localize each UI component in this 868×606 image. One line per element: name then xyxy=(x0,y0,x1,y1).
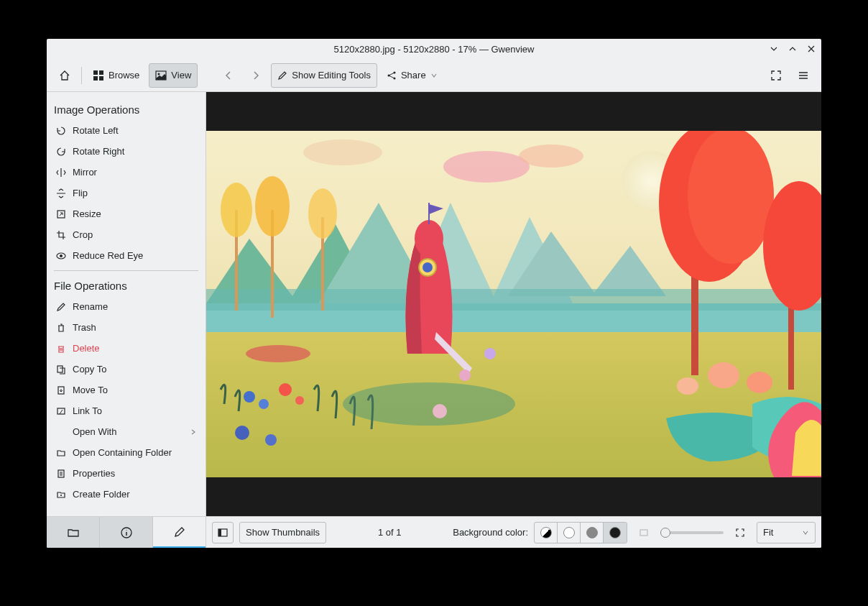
op-label: Crop xyxy=(73,229,93,240)
rotate-right-icon xyxy=(55,146,67,157)
pencil-icon xyxy=(277,70,287,81)
zoom-100-button[interactable] xyxy=(729,522,751,543)
view-button[interactable]: View xyxy=(149,63,198,88)
op-label: Move To xyxy=(73,385,108,395)
bg-swatch-gray[interactable] xyxy=(581,523,604,543)
sidebar-toggle-icon xyxy=(218,528,228,538)
rename-icon xyxy=(55,301,67,313)
delete-item[interactable]: Delete xyxy=(54,338,198,359)
show-editing-label: Show Editing Tools xyxy=(292,70,371,81)
titlebar: 5120x2880.jpg - 5120x2880 - 17% — Gwenvi… xyxy=(47,39,821,59)
svg-point-30 xyxy=(484,348,496,359)
properties-item[interactable]: Properties xyxy=(54,463,198,484)
resize-icon xyxy=(55,208,67,220)
pencil-icon xyxy=(173,525,186,538)
op-label: Mirror xyxy=(73,167,97,178)
zoom-slider[interactable] xyxy=(660,531,724,534)
rotate-left-item[interactable]: Rotate Left xyxy=(54,120,198,141)
create-folder-item[interactable]: Create Folder xyxy=(54,484,198,505)
show-thumbnails-button[interactable]: Show Thumbnails xyxy=(239,522,326,543)
info-icon xyxy=(120,526,133,539)
image-operations-list: Rotate Left Rotate Right Mirror Flip Res… xyxy=(47,120,206,266)
statusbar: Show Thumbnails 1 of 1 Background color: xyxy=(206,516,821,548)
sidebar-tabs xyxy=(47,516,206,548)
zoom-select[interactable]: Fit xyxy=(757,522,816,543)
svg-rect-14 xyxy=(57,408,65,414)
op-label: Rotate Left xyxy=(73,125,119,136)
bg-swatch-white[interactable] xyxy=(558,523,581,543)
resize-item[interactable]: Resize xyxy=(54,203,198,224)
home-button[interactable] xyxy=(52,63,77,88)
svg-point-49 xyxy=(295,396,304,405)
op-label: Open With xyxy=(73,426,116,437)
op-label: Delete xyxy=(73,343,100,354)
hamburger-menu-button[interactable] xyxy=(791,63,816,88)
bg-swatch-black[interactable] xyxy=(604,523,627,543)
maximize-button[interactable] xyxy=(787,43,798,55)
browse-label: Browse xyxy=(108,70,139,81)
fullscreen-icon xyxy=(770,70,782,81)
op-label: Rotate Right xyxy=(73,146,124,157)
image-icon xyxy=(155,70,167,81)
show-editing-tools-button[interactable]: Show Editing Tools xyxy=(271,63,377,88)
open-with-item[interactable]: Open With xyxy=(54,421,198,442)
svg-point-21 xyxy=(303,139,382,165)
open-containing-folder-item[interactable]: Open Containing Folder xyxy=(54,442,198,463)
zoom-slider-thumb[interactable] xyxy=(660,528,670,538)
folder-icon xyxy=(55,447,67,459)
image-viewport[interactable] xyxy=(206,92,821,516)
svg-point-20 xyxy=(519,144,583,167)
nav-next-button[interactable] xyxy=(244,63,268,88)
zoom-fit-icon xyxy=(639,528,649,538)
svg-point-46 xyxy=(244,391,255,403)
image-operations-title: Image Operations xyxy=(47,99,206,120)
bg-swatch-auto[interactable] xyxy=(535,523,558,543)
trash-item[interactable]: Trash xyxy=(54,317,198,338)
svg-point-37 xyxy=(308,188,337,239)
svg-point-43 xyxy=(708,362,739,388)
link-to-item[interactable]: Link To xyxy=(54,400,198,421)
share-button[interactable]: Share xyxy=(380,63,444,88)
crop-item[interactable]: Crop xyxy=(54,224,198,245)
sidebar-tab-folders[interactable] xyxy=(47,517,100,548)
op-label: Create Folder xyxy=(73,489,129,500)
view-label: View xyxy=(171,70,191,81)
sidebar-tab-info[interactable] xyxy=(100,517,153,548)
background-color-swatches xyxy=(534,522,627,543)
flip-item[interactable]: Flip xyxy=(54,183,198,203)
swatch-black-icon xyxy=(609,527,621,538)
copy-to-item[interactable]: Copy To xyxy=(54,359,198,380)
copy-icon xyxy=(55,364,67,375)
svg-rect-1 xyxy=(99,70,103,75)
browse-button[interactable]: Browse xyxy=(86,63,146,88)
sidebar: Image Operations Rotate Left Rotate Righ… xyxy=(47,92,206,548)
zoom-fit-button[interactable] xyxy=(633,522,655,543)
folder-icon xyxy=(67,526,80,539)
op-label: Open Containing Folder xyxy=(73,447,172,458)
separator xyxy=(81,67,82,84)
move-icon xyxy=(55,385,67,396)
svg-point-44 xyxy=(747,372,772,393)
svg-rect-55 xyxy=(640,530,647,536)
move-to-item[interactable]: Move To xyxy=(54,380,198,400)
svg-point-31 xyxy=(433,404,447,418)
op-label: Copy To xyxy=(73,364,106,375)
nav-prev-button[interactable] xyxy=(216,63,241,88)
swatch-gray-icon xyxy=(586,527,598,538)
fullscreen-button[interactable] xyxy=(764,63,788,88)
rename-item[interactable]: Rename xyxy=(54,296,198,317)
svg-point-28 xyxy=(423,262,433,272)
minimize-button[interactable] xyxy=(768,43,780,55)
reduce-red-eye-item[interactable]: Reduce Red Eye xyxy=(54,245,198,266)
sidebar-tab-operations[interactable] xyxy=(153,517,206,548)
sidebar-content: Image Operations Rotate Left Rotate Righ… xyxy=(47,92,206,516)
op-label: Flip xyxy=(73,188,88,198)
toggle-sidebar-button[interactable] xyxy=(212,522,234,543)
mirror-item[interactable]: Mirror xyxy=(54,162,198,183)
close-button[interactable] xyxy=(805,43,817,55)
svg-rect-12 xyxy=(57,366,63,372)
svg-point-26 xyxy=(415,220,443,257)
delete-icon xyxy=(55,343,67,354)
rotate-right-item[interactable]: Rotate Right xyxy=(54,141,198,162)
separator xyxy=(54,270,198,271)
